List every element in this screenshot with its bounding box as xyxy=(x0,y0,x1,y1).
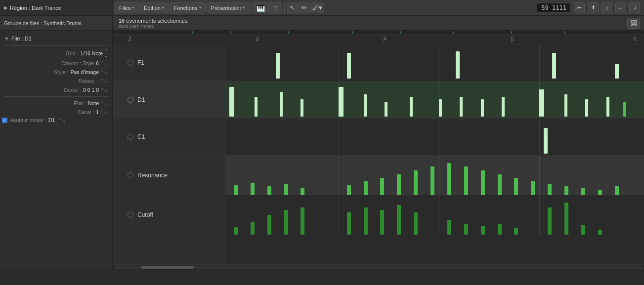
hauteur-checkbox[interactable]: ✓ xyxy=(2,118,7,123)
track-c1-label-area: C1 xyxy=(113,119,225,155)
tools-icon-btn[interactable]: 🖊▾ xyxy=(310,2,324,13)
cut-bar-12 xyxy=(464,224,468,235)
instrument-icon-btn[interactable]: 🎹 xyxy=(254,2,267,13)
files-menu[interactable]: Files ▾ xyxy=(115,2,138,13)
track-resonance: Resonance xyxy=(113,156,644,195)
grid-cut-3 xyxy=(339,195,339,235)
picture-btn[interactable]: 🖼 xyxy=(627,18,640,29)
fonctions-menu[interactable]: Fonctions ▾ xyxy=(170,2,206,13)
region-arrow: ▶ xyxy=(4,5,8,10)
mini-note-7 xyxy=(511,31,512,34)
canal-value: 1 xyxy=(96,109,99,115)
res-bar-14 xyxy=(481,170,485,195)
track-d1-content[interactable] xyxy=(225,81,644,118)
expand-icon[interactable]: ↔ xyxy=(615,2,626,13)
cursor-icon-btn[interactable]: ↖ xyxy=(287,2,298,13)
f1-bar-1 xyxy=(276,53,280,79)
style-stepper[interactable]: ⌃⌄ xyxy=(100,70,108,75)
sep2 xyxy=(284,3,285,13)
events-sub: dans Dark Trance xyxy=(119,24,621,29)
content-area: 2 3 4 5 xyxy=(113,31,644,269)
style-value: Pas d'image xyxy=(71,69,99,75)
res-bar-7 xyxy=(364,181,368,195)
track-cutoff-circle xyxy=(128,212,133,218)
d1-bar-13 xyxy=(564,94,567,117)
hauteur-stepper[interactable]: ⌃⌄ xyxy=(58,118,66,122)
grid-stepper[interactable]: ⌃⌄ xyxy=(104,48,108,58)
rewind-icon[interactable]: ⇤ xyxy=(574,2,585,13)
res-bar-4 xyxy=(284,184,288,195)
track-c1-circle xyxy=(128,134,133,140)
f1-bar-3 xyxy=(456,51,460,79)
mini-note-5 xyxy=(400,31,401,34)
counter-display: 59 1111 xyxy=(537,3,571,13)
res-bar-22 xyxy=(615,186,619,195)
ruler-tick-4 xyxy=(384,39,384,42)
track-d1: D1 xyxy=(113,81,644,119)
file-header: ▼ File : D1 xyxy=(0,34,112,43)
duree-stepper[interactable]: ⌃⌄ xyxy=(100,87,108,92)
retard-label: Retard : xyxy=(79,78,97,84)
toolbar-left: ▶ Région : Dark Trance xyxy=(0,0,113,15)
ruler-tick-5 xyxy=(511,39,512,42)
cut-bar-4 xyxy=(284,210,288,235)
hauteur-row: ✓ Hauteur tonale : D1 ⌃⌄ xyxy=(0,117,112,123)
d1-bar-12 xyxy=(539,89,544,117)
retard-stepper[interactable]: ⌃⌄ xyxy=(100,79,108,83)
scrollbar-track xyxy=(115,266,642,269)
grid-res-5 xyxy=(539,156,540,195)
edition-menu[interactable]: Édition ▾ xyxy=(139,2,169,13)
d1-bar-9 xyxy=(460,97,463,117)
res-bar-17 xyxy=(531,181,535,195)
etat-stepper[interactable]: ⌃⌄ xyxy=(100,101,108,106)
track-c1-content[interactable] xyxy=(225,119,644,155)
res-bar-5 xyxy=(301,188,304,195)
grid-label: Grid : xyxy=(66,50,79,56)
ruler-mark-2: 2 xyxy=(129,36,131,41)
res-bar-1 xyxy=(234,185,238,195)
cut-bar-17 xyxy=(564,203,568,235)
ruler-mark-5: 5 xyxy=(511,36,514,41)
toolbar: ▶ Région : Dark Trance Files ▾ Édition ▾… xyxy=(0,0,644,16)
d1-bar-15 xyxy=(606,97,609,117)
duree-value: 0 0 1 0 xyxy=(83,87,99,93)
f1-bar-5 xyxy=(615,64,619,79)
note-icon-btn[interactable]: ⁺| xyxy=(268,2,282,13)
horizontal-scrollbar[interactable] xyxy=(113,264,644,269)
canal-row: Canal : 1 ⌃⌄ xyxy=(0,108,112,117)
crayon-stepper[interactable]: ⌃⌄ xyxy=(100,61,108,66)
metronome-icon[interactable]: ♩ xyxy=(629,2,640,13)
second-row: Groupe de files : Synthetic Drums 16 évé… xyxy=(0,16,644,31)
hauteur-value: D1 xyxy=(48,117,55,123)
draw-icon-btn[interactable]: ✏ xyxy=(299,2,309,13)
d1-bar-16 xyxy=(623,102,626,117)
up-down-icon[interactable]: ↕ xyxy=(601,2,612,13)
ruler-label-6: 6 xyxy=(634,36,637,41)
hauteur-label: Hauteur tonale : xyxy=(9,117,46,123)
mini-note-6 xyxy=(453,31,454,34)
cut-bar-11 xyxy=(447,220,451,235)
cut-bar-3 xyxy=(267,215,271,235)
cut-bar-14 xyxy=(498,224,502,235)
presentation-menu[interactable]: Présentation ▾ xyxy=(207,2,250,13)
grid-row: Grid : 1/16 Note ⌃⌄ xyxy=(0,48,112,59)
presentation-chevron: ▾ xyxy=(243,5,245,10)
tracks-container[interactable]: F1 xyxy=(113,44,644,264)
divider1 xyxy=(4,45,108,46)
track-empty-content[interactable] xyxy=(225,235,644,264)
canal-stepper[interactable]: ⌃⌄ xyxy=(100,110,108,115)
d1-bar-3 xyxy=(301,99,303,117)
track-resonance-content[interactable] xyxy=(225,156,644,195)
grid-c1-4 xyxy=(439,119,439,155)
scrollbar-thumb[interactable] xyxy=(141,266,194,269)
playhead-icon[interactable]: ⬆ xyxy=(588,2,599,13)
style-label: Style : xyxy=(54,69,68,75)
track-cutoff-content[interactable] xyxy=(225,195,644,235)
grid-cut-4 xyxy=(439,195,439,235)
track-f1-content[interactable] xyxy=(225,44,644,81)
grid-res-3 xyxy=(339,156,339,195)
retard-row: Retard : ⌃⌄ xyxy=(0,77,112,85)
crayon-label: Crayon : Style xyxy=(61,60,94,66)
region-label: Région : Dark Trance xyxy=(10,5,61,11)
res-bar-3 xyxy=(267,186,271,195)
